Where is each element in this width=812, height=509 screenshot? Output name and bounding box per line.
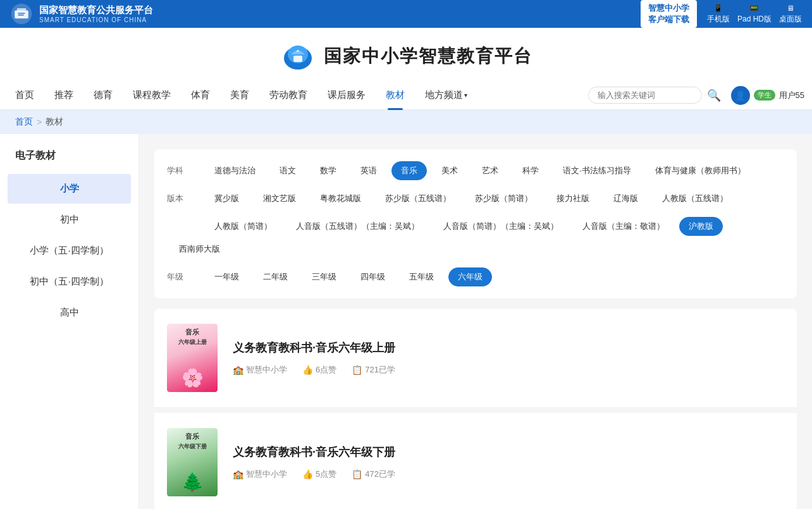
nav-home[interactable]: 首页 — [5, 81, 44, 110]
subject-filter-row: 学科 道德与法治 语文 数学 英语 音乐 美术 艺术 科学 语文·书法练习指导 … — [167, 159, 784, 182]
subject-filter-label: 学科 — [167, 165, 195, 176]
sidebar-item-high[interactable]: 高中 — [8, 298, 131, 328]
edition-tag-hu[interactable]: 沪教版 — [679, 217, 723, 236]
cover-pink-1: 音乐六年级上册 🌸 — [167, 324, 218, 392]
source-icon-2: 🏫 — [233, 469, 243, 479]
book-cover-1: 音乐六年级上册 🌸 — [167, 324, 218, 392]
platform-header-logo — [280, 38, 316, 75]
breadcrumb: 首页 > 教材 — [0, 110, 812, 134]
subject-tag-yuwen[interactable]: 语文 — [270, 161, 305, 180]
grade-tag-5[interactable]: 五年级 — [400, 267, 443, 286]
grade-tag-4[interactable]: 四年级 — [351, 267, 395, 286]
nav-afterschool[interactable]: 课后服务 — [317, 81, 376, 110]
breadcrumb-separator: > — [37, 117, 42, 127]
subject-tag-pe[interactable]: 体育与健康（教师用书） — [646, 161, 755, 180]
book-item-2[interactable]: 音乐六年级下册 🌲 义务教育教科书·音乐六年级下册 🏫 智慧中小学 👍 5点赞 — [154, 413, 797, 509]
book-item[interactable]: 音乐六年级上册 🌸 义务教育教科书·音乐六年级上册 🏫 智慧中小学 👍 6点赞 — [154, 309, 797, 408]
cover-decoration-1: 🌸 — [181, 367, 204, 388]
learner-icon-1: 📋 — [352, 365, 362, 375]
mobile-device[interactable]: 📱 手机版 — [707, 4, 730, 25]
platform-header: 国家中小学智慧教育平台 — [0, 28, 812, 81]
svg-rect-7 — [293, 56, 302, 62]
avatar: 👤 — [731, 86, 750, 105]
nav-search-area: 🔍 — [588, 87, 721, 104]
nav-recommend[interactable]: 推荐 — [44, 81, 83, 110]
edition-tag-renyin5[interactable]: 人音版（五线谱）（主编：吴斌） — [286, 217, 429, 236]
sidebar-item-primary-alt[interactable]: 小学（五·四学制） — [8, 236, 131, 266]
desktop-icon: 🖥 — [787, 4, 794, 13]
device-options: 📱 手机版 📟 Pad HD版 🖥 桌面版 — [707, 4, 802, 25]
desktop-device[interactable]: 🖥 桌面版 — [779, 4, 802, 25]
breadcrumb-current: 教材 — [46, 116, 63, 128]
top-bar: 国家智慧教育公共服务平台 SMART EDUCATION OF CHINA 智慧… — [0, 0, 812, 28]
top-bar-left: 国家智慧教育公共服务平台 SMART EDUCATION OF CHINA — [10, 3, 153, 25]
sidebar-item-primary[interactable]: 小学 — [8, 174, 131, 204]
edition-tag-xinan[interactable]: 西南师大版 — [169, 240, 230, 259]
edition-tag-jieLi[interactable]: 接力社版 — [547, 189, 599, 208]
nav-local[interactable]: 地方频道 ▾ — [415, 81, 477, 110]
subject-tag-daode[interactable]: 道德与法治 — [205, 161, 265, 180]
pad-device[interactable]: 📟 Pad HD版 — [737, 4, 772, 25]
book-info-1: 义务教育教科书·音乐六年级上册 🏫 智慧中小学 👍 6点赞 📋 721已学 — [233, 340, 784, 376]
edition-tag-renyin[interactable]: 人音版（简谱）（主编：吴斌） — [434, 217, 568, 236]
platform-logo-icon — [10, 3, 33, 25]
grade-filter-label: 年级 — [167, 271, 195, 283]
edition-tag-renyin-jing[interactable]: 人音版（主编：敬谱） — [573, 217, 674, 236]
book-divider — [154, 408, 797, 413]
learner-icon-2: 📋 — [352, 469, 362, 479]
platform-name: 国家智慧教育公共服务平台 SMART EDUCATION OF CHINA — [39, 4, 153, 25]
book-source-1: 🏫 智慧中小学 — [233, 364, 287, 376]
search-button[interactable]: 🔍 — [707, 89, 721, 102]
subject-tag-english[interactable]: 英语 — [351, 161, 386, 180]
subject-tag-music[interactable]: 音乐 — [391, 161, 427, 180]
search-input[interactable] — [588, 87, 702, 104]
pad-icon: 📟 — [749, 4, 759, 13]
nav-labor[interactable]: 劳动教育 — [259, 81, 317, 110]
edition-tag-sushao[interactable]: 苏少版（简谱） — [465, 189, 542, 208]
book-cover-2: 音乐六年级下册 🌲 — [167, 428, 218, 496]
user-role-badge: 学生 — [754, 90, 775, 101]
download-button[interactable]: 智慧中小学客户端下载 — [641, 0, 697, 28]
cover-label-2: 音乐六年级下册 — [167, 432, 218, 451]
edition-tag-liaohai[interactable]: 辽海版 — [604, 189, 648, 208]
nav-textbook[interactable]: 教材 — [376, 81, 415, 110]
nav-bar: 首页 推荐 德育 课程教学 体育 美育 劳动教育 课后服务 教材 地方频道 ▾ … — [0, 81, 812, 110]
svg-rect-1 — [15, 11, 28, 19]
book-list: 音乐六年级上册 🌸 义务教育教科书·音乐六年级上册 🏫 智慧中小学 👍 6点赞 — [154, 309, 797, 509]
nav-art[interactable]: 美育 — [220, 81, 259, 110]
book-info-2: 义务教育教科书·音乐六年级下册 🏫 智慧中小学 👍 5点赞 📋 472已学 — [233, 445, 784, 480]
nav-course[interactable]: 课程教学 — [123, 81, 181, 110]
sidebar-item-middle-alt[interactable]: 初中（五·四学制） — [8, 267, 131, 297]
sidebar-item-middle[interactable]: 初中 — [8, 205, 131, 235]
edition-tag-sushao5[interactable]: 苏少版（五线谱） — [376, 189, 460, 208]
main-layout: 电子教材 小学 初中 小学（五·四学制） 初中（五·四学制） 高中 学科 道德与… — [0, 134, 812, 509]
edition-tag-renjiao5[interactable]: 人教版（五线谱） — [653, 189, 737, 208]
book-meta-2: 🏫 智慧中小学 👍 5点赞 📋 472已学 — [233, 469, 784, 480]
breadcrumb-home[interactable]: 首页 — [15, 116, 33, 128]
username: 用户55 — [779, 90, 804, 101]
nav-sports[interactable]: 体育 — [181, 81, 220, 110]
subject-tag-math[interactable]: 数学 — [311, 161, 346, 180]
nav-moral[interactable]: 德育 — [83, 81, 123, 110]
edition-tag-xiangwen[interactable]: 湘文艺版 — [254, 189, 305, 208]
subject-tag-yishu[interactable]: 艺术 — [472, 161, 508, 180]
grade-tag-2[interactable]: 二年级 — [254, 267, 297, 286]
book-learners-2: 📋 472已学 — [352, 469, 395, 480]
book-title-1: 义务教育教科书·音乐六年级上册 — [233, 340, 784, 355]
sidebar: 电子教材 小学 初中 小学（五·四学制） 初中（五·四学制） 高中 — [0, 134, 139, 509]
edition-tag-jishao[interactable]: 冀少版 — [205, 189, 249, 208]
book-meta-1: 🏫 智慧中小学 👍 6点赞 📋 721已学 — [233, 364, 784, 376]
edition-tag-renjiao[interactable]: 人教版（简谱） — [205, 217, 281, 236]
book-likes-1: 👍 6点赞 — [302, 364, 336, 376]
subject-tag-calligraphy[interactable]: 语文·书法练习指导 — [553, 161, 641, 180]
svg-rect-2 — [17, 8, 26, 11]
subject-tag-art[interactable]: 美术 — [432, 161, 467, 180]
edition-tag-yuehua[interactable]: 粤教花城版 — [311, 189, 371, 208]
grade-tag-6[interactable]: 六年级 — [448, 267, 492, 286]
book-source-2: 🏫 智慧中小学 — [233, 469, 287, 480]
grade-tag-1[interactable]: 一年级 — [205, 267, 249, 286]
grade-tag-3[interactable]: 三年级 — [302, 267, 346, 286]
user-area[interactable]: 👤 学生 用户55 — [731, 86, 804, 105]
filter-section: 学科 道德与法治 语文 数学 英语 音乐 美术 艺术 科学 语文·书法练习指导 … — [154, 149, 797, 298]
subject-tag-science[interactable]: 科学 — [513, 161, 548, 180]
